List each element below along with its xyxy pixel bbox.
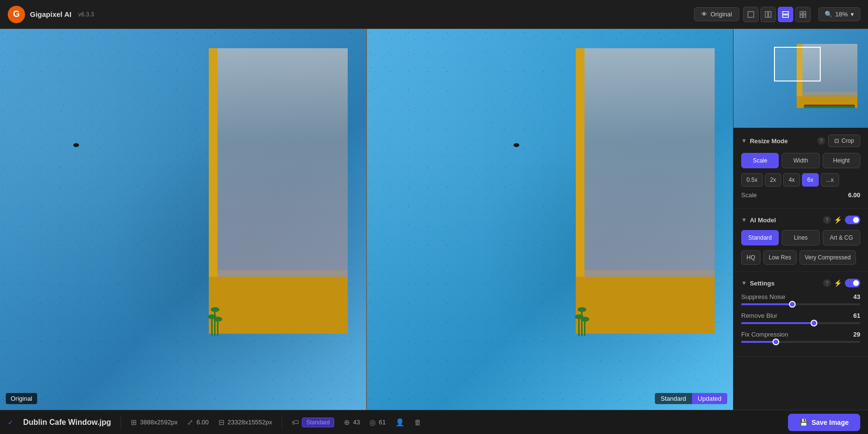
noise-status-value: 43 (353, 419, 360, 426)
scale-status-icon: ⤢ (187, 418, 193, 427)
save-image-button[interactable]: 💾 Save Image (788, 414, 860, 431)
ai-model-buttons: Standard Lines Art & CG (741, 230, 860, 245)
ai-model-help[interactable]: ? (823, 216, 831, 224)
svg-rect-5 (800, 12, 802, 14)
remove-blur-label: Remove Blur (741, 312, 777, 319)
scale-2x-button[interactable]: 2x (765, 173, 782, 187)
model-low-res-button[interactable]: Low Res (763, 250, 797, 265)
plant-3 (217, 319, 218, 336)
view-split-h-button[interactable] (778, 7, 793, 22)
resize-mode-title: Resize Mode (750, 137, 814, 145)
scale-status-value: 6.00 (196, 419, 208, 426)
scale-item: ⤢ 6.00 (187, 418, 208, 427)
svg-rect-2 (769, 12, 771, 17)
width-mode-button[interactable]: Width (782, 153, 819, 168)
filename-label: Dublin Cafe Window.jpg (23, 418, 111, 427)
window-frame-updated (576, 48, 715, 334)
updated-image (367, 29, 733, 410)
scale-mode-button[interactable]: Scale (741, 153, 779, 168)
canvas-area[interactable]: Original (0, 29, 733, 410)
standard-label: Standard (655, 393, 692, 404)
remove-blur-track[interactable] (741, 322, 860, 324)
remove-blur-thumb[interactable] (811, 320, 817, 326)
file-check-icon: ✓ (8, 419, 14, 426)
settings-lightning-icon: ⚡ (834, 279, 842, 287)
right-panel: ▼ Resize Mode ? ⊡ Crop Scale Width Heigh… (733, 29, 868, 410)
settings-chevron[interactable]: ▼ (741, 280, 747, 286)
fix-compression-thumb[interactable] (773, 339, 779, 345)
window-glass (217, 48, 348, 277)
view-split-v-button[interactable] (760, 7, 776, 22)
model-standard-button[interactable]: Standard (741, 230, 779, 245)
settings-section: ▼ Settings ? ⚡ Suppress Noise 43 (733, 272, 868, 357)
resize-mode-chevron[interactable]: ▼ (741, 137, 747, 144)
comparison-labels: Standard Updated (655, 393, 727, 404)
resize-mode-help[interactable]: ? (817, 137, 825, 145)
fix-compression-value: 29 (854, 331, 860, 338)
updated-label: Updated (692, 393, 727, 404)
model-hq-button[interactable]: HQ (741, 250, 760, 265)
crop-button[interactable]: ⊡ Crop (828, 135, 860, 147)
model-lines-button[interactable]: Lines (782, 230, 819, 245)
image-pane-updated: Standard Updated (367, 29, 733, 410)
status-divider-1 (121, 415, 121, 429)
view-single-button[interactable] (743, 7, 759, 22)
app-version: v6.3.3 (78, 11, 94, 18)
suppress-noise-value: 43 (854, 293, 860, 300)
image-pane-original: Original (0, 29, 367, 410)
fix-compression-track[interactable] (741, 341, 860, 343)
model-art-cg-button[interactable]: Art & CG (823, 230, 860, 245)
scale-4x-button[interactable]: 4x (783, 173, 800, 187)
ai-model-title: AI Model (750, 217, 820, 224)
status-divider-2 (282, 415, 282, 429)
settings-toggle[interactable] (845, 279, 860, 287)
view-split-v-icon (764, 11, 772, 18)
fix-compression-row: Fix Compression 29 (741, 331, 860, 343)
svg-rect-3 (783, 12, 788, 14)
plant-u2 (581, 310, 583, 336)
scale-6x-button[interactable]: 6x (802, 173, 819, 187)
original-res-value: 3888x2592px (140, 419, 177, 426)
suppress-noise-thumb[interactable] (789, 301, 796, 308)
thumbnail-nav-box[interactable] (774, 47, 821, 81)
height-mode-button[interactable]: Height (823, 153, 860, 168)
svg-rect-8 (803, 15, 806, 17)
blur-status-value: 61 (379, 419, 385, 426)
settings-header: ▼ Settings ? ⚡ (741, 279, 860, 287)
original-button[interactable]: 👁 Original (694, 7, 739, 21)
model-sub-buttons: HQ Low Res Very Compressed (741, 250, 860, 265)
zoom-control[interactable]: 🔍 18% ▾ (818, 7, 860, 21)
svg-rect-0 (748, 12, 754, 17)
thumb-flowers (804, 105, 855, 108)
view-mode-buttons (743, 7, 811, 22)
eye-icon: 👁 (701, 11, 707, 18)
trash-icon[interactable]: 🗑 (414, 418, 421, 426)
blur-status-item: ◎ 61 (369, 418, 385, 427)
model-status-icon: 🏷 (292, 418, 299, 426)
thumbnail-image (733, 29, 868, 128)
thumb-box (797, 96, 857, 108)
image-size-icon: ⊞ (131, 418, 137, 427)
ai-model-chevron[interactable]: ▼ (741, 217, 747, 223)
remove-blur-value: 61 (854, 312, 860, 319)
ai-model-section: ▼ AI Model ? ⚡ Standard Lines Art & CG H… (733, 209, 868, 272)
zoom-icon: 🔍 (825, 11, 832, 18)
ai-model-toggle[interactable] (845, 216, 860, 224)
ai-model-header: ▼ AI Model ? ⚡ (741, 216, 860, 224)
status-bar: ✓ Dublin Cafe Window.jpg ⊞ 3888x2592px ⤢… (0, 410, 868, 434)
scale-0-5x-button[interactable]: 0.5x (741, 173, 763, 187)
crop-icon: ⊡ (834, 137, 839, 144)
suppress-noise-track[interactable] (741, 303, 860, 305)
svg-rect-7 (800, 15, 802, 17)
scale-options-row: 0.5x 2x 4x 6x ...x (741, 173, 860, 187)
scale-custom-button[interactable]: ...x (821, 173, 839, 187)
app-name: Gigapixel AI (30, 10, 71, 18)
plant-u1 (578, 317, 580, 336)
settings-title: Settings (750, 280, 820, 287)
model-very-compressed-button[interactable]: Very Compressed (800, 250, 856, 265)
settings-help[interactable]: ? (823, 279, 831, 287)
output-res-item: ⊟ 23328x15552px (218, 418, 272, 427)
view-quad-button[interactable] (795, 7, 811, 22)
delete-item[interactable]: 🗑 (414, 418, 421, 426)
window-box (209, 277, 348, 334)
